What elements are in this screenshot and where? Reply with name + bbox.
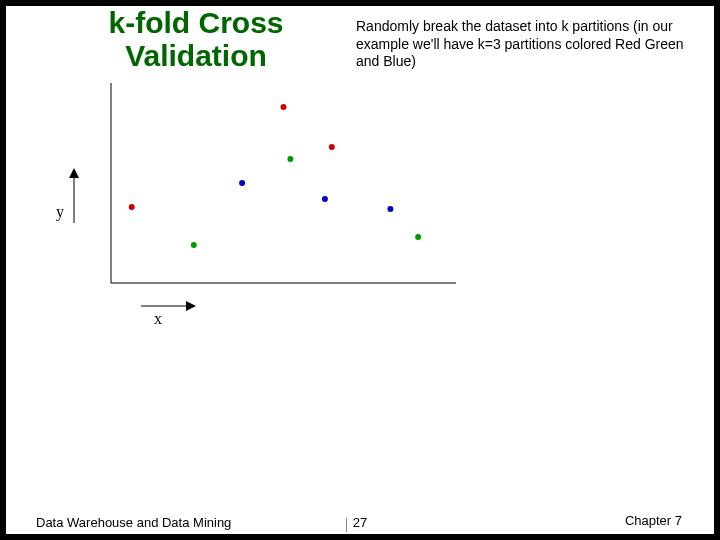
title-line-1: k-fold Cross <box>108 6 283 39</box>
slide-body: k-fold Cross Validation Randomly break t… <box>6 6 714 534</box>
data-points <box>129 104 421 248</box>
slide-description: Randomly break the dataset into k partit… <box>356 18 696 71</box>
data-point <box>329 144 335 150</box>
data-point <box>287 156 293 162</box>
x-arrow-head <box>186 301 196 311</box>
footer-page: 27 <box>6 515 714 530</box>
data-point <box>191 242 197 248</box>
data-point <box>322 196 328 202</box>
data-point <box>281 104 287 110</box>
chart-svg <box>56 78 496 328</box>
y-axis-label: y <box>56 203 64 221</box>
x-axis-label: x <box>154 310 162 328</box>
data-point <box>129 204 135 210</box>
data-point <box>387 206 393 212</box>
slide-footer: Data Warehouse and Data Mining 27 Chapte… <box>6 510 714 532</box>
slide-title: k-fold Cross Validation <box>66 6 326 72</box>
title-line-2: Validation <box>125 39 267 72</box>
data-point <box>415 234 421 240</box>
data-point <box>239 180 245 186</box>
scatter-chart: y x <box>56 78 496 328</box>
footer-right: Chapter 7 <box>625 513 682 528</box>
y-arrow-head <box>69 168 79 178</box>
footer-divider <box>346 518 347 532</box>
